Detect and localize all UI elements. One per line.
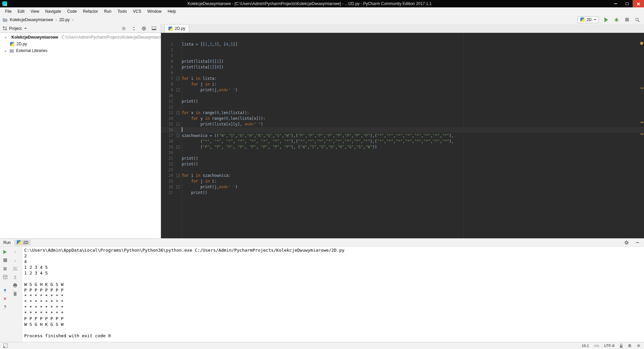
line-number[interactable]: 3 [161,53,182,59]
code-line-8[interactable]: 8 for j in i: [161,82,644,87]
line-number[interactable]: 8 [161,82,182,87]
collapse-all-button[interactable] [130,25,137,32]
code-line-6[interactable]: 6 [161,70,644,76]
code-line-3[interactable]: 3 [161,53,644,59]
warning-stripe-mark[interactable] [640,122,643,123]
run-tab-2d[interactable]: 2D [14,240,31,246]
fold-marker-icon[interactable]: - [176,185,180,189]
line-number[interactable]: 19- [161,144,182,150]
search-everywhere-button[interactable] [634,16,641,23]
line-number[interactable]: 24- [161,173,182,179]
line-number[interactable]: 23 [161,167,182,173]
line-number[interactable]: 4 [161,59,182,64]
menu-item-edit[interactable]: Edit [14,7,28,15]
external-libraries-node[interactable]: ▸ External Libraries [0,47,161,54]
fold-marker-icon[interactable]: - [176,88,180,92]
locate-file-button[interactable] [120,25,127,32]
menu-item-run[interactable]: Run [101,7,114,15]
line-number[interactable]: 17- [161,133,182,139]
close-button[interactable] [633,0,644,7]
project-root-node[interactable]: ▾ KolekcjeDwuwymiarowe C:\Users\Admin\Py… [0,34,161,41]
stop-button[interactable] [624,16,630,23]
fold-marker-icon[interactable]: - [176,111,180,114]
code-editor[interactable]: 1lista = [[1,2,3], [4,5]]234print(lista[… [161,33,644,238]
code-line-4[interactable]: 4print(lista[0][1]) [161,59,644,64]
pause-output-button[interactable] [1,265,9,272]
line-separator-widget[interactable]: n/a [594,344,599,348]
menu-item-code[interactable]: Code [64,7,80,15]
code-line-22[interactable]: 22print() [161,161,644,167]
soft-wrap-button[interactable] [11,265,19,272]
fold-marker-icon[interactable]: - [176,134,180,137]
run-tool-window-title[interactable]: Run [3,240,11,245]
code-line-14[interactable]: 14 for y in range(0,len(lista[x])): [161,116,644,121]
fold-marker-icon[interactable]: - [176,145,180,149]
toolwindow-toggle-button[interactable] [2,342,9,349]
code-line-11[interactable]: 11print() [161,99,644,104]
breadcrumb-file[interactable]: 2D.py [59,17,69,22]
line-number[interactable]: 2 [161,47,182,53]
code-line-26[interactable]: 26- print(j,end=' ') [161,184,644,190]
line-number[interactable]: 12 [161,104,182,110]
line-number[interactable]: 16 [161,127,182,133]
project-settings-button[interactable] [141,25,147,32]
code-line-2[interactable]: 2 [161,47,644,53]
fold-marker-icon[interactable]: - [176,77,180,80]
code-line-24[interactable]: 24-for i in szachownica: [161,173,644,179]
minimize-button[interactable] [610,0,621,7]
inspector-profile-icon[interactable] [637,344,641,348]
line-number[interactable]: 26- [161,184,182,190]
menu-item-view[interactable]: View [28,7,42,15]
clear-all-button[interactable] [11,290,19,297]
code-line-23[interactable]: 23 [161,167,644,173]
run-settings-button[interactable] [623,239,630,246]
code-line-9[interactable]: 9- print(j,end=' ') [161,87,644,93]
rerun-button[interactable] [1,248,9,255]
code-line-13[interactable]: 13-for x in range(0,len(lista)): [161,110,644,116]
code-line-27[interactable]: 27 print() [161,190,644,196]
line-number[interactable]: 20 [161,150,182,156]
expanded-arrow-icon[interactable]: ▾ [4,36,7,39]
caret-position-widget[interactable]: 16:1 [582,344,589,348]
line-number[interactable]: 18 [161,139,182,144]
menu-item-window[interactable]: Window [144,7,165,15]
run-configuration-select[interactable]: 2D [578,16,599,23]
code-line-12[interactable]: 12 [161,104,644,110]
code-line-19[interactable]: 19- ("P", "P", "P", "P", "P", "P", "P", … [161,144,644,150]
line-number[interactable]: 6 [161,70,182,76]
scroll-to-end-button[interactable] [11,273,19,281]
code-line-16[interactable]: 16 [161,127,644,133]
project-panel-title[interactable]: Project [9,26,21,31]
breadcrumb-project[interactable]: KolekcjeDwuwymiarowe [10,17,53,22]
lock-icon[interactable] [620,344,623,348]
warning-stripe-mark[interactable] [640,134,643,135]
menu-item-help[interactable]: Help [165,7,179,15]
notifications-bell-icon[interactable] [628,344,632,348]
line-number[interactable]: 14 [161,116,182,121]
line-number[interactable]: 25 [161,179,182,184]
line-number[interactable]: 21 [161,156,182,161]
hide-panel-button[interactable] [151,25,157,32]
help-button[interactable]: ? [1,303,9,310]
line-number[interactable]: 9- [161,87,182,93]
code-line-15[interactable]: 15- print(lista[x][y], end=" ") [161,121,644,127]
close-run-tab-button[interactable]: × [1,295,9,302]
pin-tab-button[interactable] [1,287,9,294]
inspections-status-icon[interactable] [640,42,643,45]
code-line-1[interactable]: 1lista = [[1,2,3], [4,5]] [161,42,644,47]
maximize-button[interactable] [621,0,633,7]
menu-item-file[interactable]: File [2,7,14,15]
menu-item-navigate[interactable]: Navigate [42,7,64,15]
line-number[interactable]: 7- [161,76,182,82]
menu-item-vcs[interactable]: VCS [130,7,144,15]
code-line-25[interactable]: 25 for j in i: [161,179,644,184]
line-number[interactable]: 1 [161,42,182,47]
code-line-10[interactable]: 10 [161,93,644,99]
menu-item-refactor[interactable]: Refactor [80,7,101,15]
up-stack-trace-button[interactable]: ↑ [11,248,19,255]
editor-tab-2d-py[interactable]: 2D.py [164,24,189,33]
editor-scroll-stripe[interactable] [639,33,644,238]
run-button[interactable] [603,16,609,23]
code-line-21[interactable]: 21print() [161,156,644,161]
line-number[interactable]: 27 [161,190,182,196]
